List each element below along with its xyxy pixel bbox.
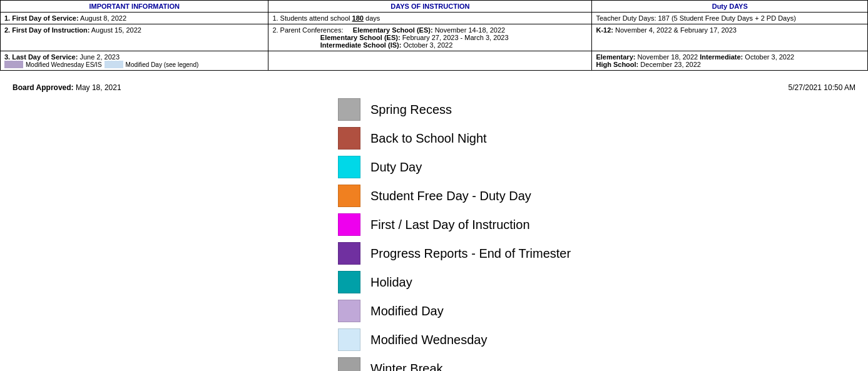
modified-purple-swatch bbox=[4, 61, 23, 68]
col3-hs-label: High School: bbox=[596, 61, 638, 68]
modified-row-label2: Modified Day (see legend) bbox=[126, 61, 199, 68]
spring-recess-label: Spring Recess bbox=[370, 103, 452, 117]
duty-day-swatch bbox=[338, 156, 360, 178]
spring-recess-swatch bbox=[338, 98, 360, 121]
col3-row1: Teacher Duty Days: 187 (5 Student Free D… bbox=[592, 13, 868, 24]
legend-item-progress-reports: Progress Reports - End of Trimester bbox=[338, 242, 868, 265]
modified-day-label: Modified Day bbox=[370, 304, 444, 318]
col2-row2-es2-label: Elementary School (ES): bbox=[320, 34, 401, 41]
modified-wednesday-label: Modified Wednesday bbox=[370, 333, 487, 347]
holiday-swatch bbox=[338, 271, 360, 293]
first-last-day-swatch bbox=[338, 213, 360, 236]
legend-item-holiday: Holiday bbox=[338, 271, 868, 293]
winter-break-label: Winter Break bbox=[370, 362, 443, 372]
board-approved-date: May 18, 2021 bbox=[76, 83, 121, 92]
legend-item-student-free-duty-day: Student Free Day - Duty Day bbox=[338, 185, 868, 207]
modified-row-label1: Modified Wednesday ES/IS bbox=[26, 61, 102, 68]
legend-item-winter-break: Winter Break bbox=[338, 357, 868, 371]
modified-lightblue-swatch bbox=[105, 61, 123, 68]
progress-reports-label: Progress Reports - End of Trimester bbox=[370, 246, 571, 261]
col2-row2: 2. Parent Conferences: Elementary School… bbox=[268, 24, 592, 51]
first-last-day-label: First / Last Day of Instruction bbox=[370, 218, 530, 232]
legend-item-back-to-school-night: Back to School Night bbox=[338, 127, 868, 150]
col2-row1: 1. Students attend school 180 days bbox=[268, 13, 592, 24]
student-free-duty-day-label: Student Free Day - Duty Day bbox=[370, 189, 531, 203]
progress-reports-swatch bbox=[338, 242, 360, 265]
legend-item-duty-day: Duty Day bbox=[338, 156, 868, 178]
modified-day-swatch bbox=[338, 300, 360, 322]
board-row: Board Approved: May 18, 2021 5/27/2021 1… bbox=[0, 77, 868, 92]
modified-wednesday-swatch bbox=[338, 328, 360, 351]
back-to-school-night-swatch bbox=[338, 127, 360, 150]
col2-row3 bbox=[268, 51, 592, 71]
legend-item-modified-day: Modified Day bbox=[338, 300, 868, 322]
col1-row3: 3. Last Day of Service: June 2, 2023 Mod… bbox=[1, 51, 268, 71]
col1-row1-date: August 8, 2022 bbox=[80, 14, 126, 22]
col1-row1: 1. First Day of Service: August 8, 2022 bbox=[1, 13, 268, 24]
back-to-school-night-label: Back to School Night bbox=[370, 131, 487, 146]
col1-row2-date: August 15, 2022 bbox=[91, 26, 141, 34]
col2-header: DAYS OF INSTRUCTION bbox=[268, 1, 592, 13]
col2-row2-es-label: Elementary School (ES): bbox=[353, 26, 433, 34]
col3-hs-date: December 23, 2022 bbox=[640, 61, 701, 68]
info-table: IMPORTANT INFORMATION DAYS OF INSTRUCTIO… bbox=[0, 0, 868, 71]
col3-row2: K-12: November 4, 2022 & February 17, 20… bbox=[592, 24, 868, 51]
col3-header: Duty DAYS bbox=[592, 1, 868, 13]
holiday-label: Holiday bbox=[370, 275, 412, 290]
col3-elementary-label: Elementary: bbox=[596, 53, 635, 61]
col3-intermediate-date: October 3, 2022 bbox=[745, 53, 794, 61]
duty-day-label: Duty Day bbox=[370, 160, 422, 175]
col2-row1-text1: 1. Students attend school bbox=[272, 14, 352, 22]
col2-row2-is-label: Intermediate School (IS): bbox=[320, 41, 402, 49]
timestamp: 5/27/2021 10:50 AM bbox=[789, 83, 855, 92]
modified-row: Modified Wednesday ES/IS Modified Day (s… bbox=[4, 61, 264, 68]
col3-elementary-date: November 18, 2022 bbox=[638, 53, 698, 61]
col2-row2-label: 2. Parent Conferences: bbox=[272, 26, 343, 34]
col2-row1-bold: 180 bbox=[352, 14, 364, 22]
col2-row1-text2: days bbox=[364, 14, 380, 22]
col1-row2: 2. First Day of Instruction: August 15, … bbox=[1, 24, 268, 51]
col3-row2-label: K-12: bbox=[596, 26, 613, 34]
col2-row2-es2-date: February 27, 2023 - March 3, 2023 bbox=[402, 34, 509, 41]
student-free-duty-day-swatch bbox=[338, 185, 360, 207]
col1-row2-label: 2. First Day of Instruction: bbox=[4, 26, 89, 34]
legend-item-spring-recess: Spring Recess bbox=[338, 98, 868, 121]
legend-container: Spring RecessBack to School NightDuty Da… bbox=[0, 92, 868, 371]
col1-row3-date: June 2, 2023 bbox=[79, 53, 120, 61]
col3-row3: Elementary: November 18, 2022 Intermedia… bbox=[592, 51, 868, 71]
legend-item-first-last-day: First / Last Day of Instruction bbox=[338, 213, 868, 236]
col1-header: IMPORTANT INFORMATION bbox=[1, 1, 268, 13]
board-approved: Board Approved: May 18, 2021 bbox=[13, 83, 121, 92]
col3-row2-date: November 4, 2022 & February 17, 2023 bbox=[615, 26, 737, 34]
col2-row2-es-date: November 14-18, 2022 bbox=[435, 26, 506, 34]
col1-row3-label: 3. Last Day of Service: bbox=[4, 53, 78, 61]
legend-item-modified-wednesday: Modified Wednesday bbox=[338, 328, 868, 351]
board-approved-label: Board Approved: bbox=[13, 83, 74, 92]
col1-row1-label: 1. First Day of Service: bbox=[4, 14, 79, 22]
col2-row2-is-date: October 3, 2022 bbox=[403, 41, 452, 49]
winter-break-swatch bbox=[338, 357, 360, 371]
col3-intermediate-label: Intermediate: bbox=[700, 53, 743, 61]
